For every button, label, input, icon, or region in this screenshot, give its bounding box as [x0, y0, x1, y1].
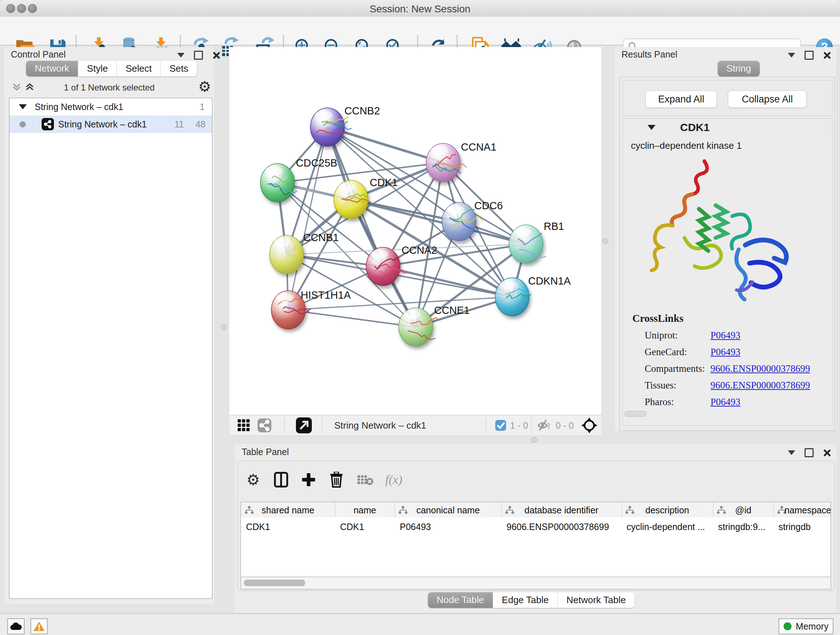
panel-float-icon[interactable] — [805, 448, 813, 457]
table-options-button[interactable]: ⚙ — [246, 470, 260, 490]
expand-all-tree-button[interactable] — [25, 82, 35, 92]
fit-selected-button[interactable] — [581, 415, 598, 435]
table-cell[interactable]: stringdb — [778, 522, 811, 532]
column-header-label: name — [335, 505, 395, 516]
tab-sets[interactable]: Sets — [160, 61, 197, 76]
selected-nodes-checkbox[interactable] — [495, 415, 507, 435]
column-header-name[interactable]: name — [335, 502, 395, 518]
network-canvas[interactable]: CCNB2CCNA1CDC25BCDK1CDC6RB1CCNB1CCNA2CDK… — [229, 47, 601, 415]
network-tree: String Network – cdk1 1 String Network –… — [9, 98, 212, 599]
network-node-CCNA1[interactable]: CCNA1 — [426, 141, 496, 182]
horizontal-splitter-handle[interactable] — [531, 437, 537, 443]
tab-network-table[interactable]: Network Table — [557, 592, 635, 608]
network-state-dot-icon — [19, 121, 26, 127]
share-view-button[interactable] — [257, 415, 271, 435]
column-header-database-identifier[interactable]: database identifier — [501, 502, 622, 518]
tab-string[interactable]: String — [718, 61, 760, 76]
table-cell[interactable]: 9606.ENSP00000378699 — [507, 522, 609, 532]
crosslink-label: Uniprot: — [645, 330, 711, 341]
collection-expander-icon[interactable] — [19, 104, 27, 109]
column-header-shared-name[interactable]: shared name — [241, 502, 335, 518]
warnings-button[interactable] — [30, 618, 48, 634]
status-bar: Memory — [0, 613, 840, 635]
crosslink-row: GeneCard:P06493 — [645, 347, 741, 358]
gene-entry-header[interactable]: CDK1 — [622, 119, 832, 136]
column-header-@id[interactable]: @id — [713, 502, 774, 518]
network-view-toolbar: String Network – cdk1 1 - 0 0 - 0 — [229, 415, 601, 436]
open-in-window-button[interactable] — [296, 415, 312, 435]
panel-float-icon[interactable] — [194, 51, 203, 60]
network-node-CDC6[interactable]: CDC6 — [442, 200, 503, 241]
tab-style[interactable]: Style — [78, 61, 117, 76]
network-options-gear-icon[interactable]: ⚙ — [198, 78, 211, 95]
network-node-CDKN1A[interactable]: CDKN1A — [495, 275, 571, 316]
birds-eye-grid-button[interactable] — [237, 415, 250, 435]
gloss-highlight — [514, 227, 531, 236]
tab-node-table[interactable]: Node Table — [428, 592, 493, 608]
network-node-HIST1H1A[interactable]: HIST1H1A — [271, 289, 351, 329]
string-network-icon — [42, 118, 54, 130]
cloud-status-button[interactable] — [7, 618, 25, 634]
results-panel-title: Results Panel — [622, 49, 677, 60]
collapse-all-button[interactable]: Collapse All — [728, 90, 807, 108]
table-cell[interactable]: stringdb:9... — [718, 522, 766, 532]
expand-all-button[interactable]: Expand All — [645, 90, 717, 108]
crosslink-value-link[interactable]: 9606.ENSP00000378699 — [711, 380, 810, 391]
panel-float-icon[interactable] — [805, 51, 813, 60]
tab-select[interactable]: Select — [117, 61, 160, 76]
table-cell[interactable]: CDK1 — [246, 522, 270, 532]
network-node-CDK1[interactable]: CDK1 — [334, 177, 398, 219]
panel-menu-icon[interactable] — [788, 53, 795, 57]
gene-entry-body: cyclin–dependent kinase 1 — [622, 136, 832, 426]
table-hscrollbar-thumb[interactable] — [244, 580, 305, 586]
panel-close-icon[interactable] — [212, 51, 220, 59]
panel-close-icon[interactable] — [823, 449, 831, 457]
create-column-button[interactable] — [302, 470, 316, 490]
gloss-highlight — [403, 310, 421, 319]
table-cell[interactable]: CDK1 — [340, 522, 364, 532]
tab-edge-table[interactable]: Edge Table — [493, 592, 557, 608]
gloss-highlight — [315, 111, 332, 119]
column-header-namespace[interactable]: namespace — [774, 502, 831, 518]
hidden-elements-button[interactable] — [537, 415, 552, 435]
column-header-label: shared name — [241, 505, 335, 516]
string-network-graph[interactable]: CCNB2CCNA1CDC25BCDK1CDC6RB1CCNB1CCNA2CDK… — [229, 47, 601, 415]
collapse-all-tree-button[interactable] — [11, 82, 22, 92]
network-collection-row[interactable]: String Network – cdk1 1 — [9, 98, 212, 116]
memory-button[interactable]: Memory — [778, 618, 834, 634]
crosslink-value-link[interactable]: P06493 — [711, 396, 741, 407]
tab-network[interactable]: Network — [26, 61, 78, 76]
network-edge-HIST1H1A-CCNE1[interactable] — [288, 310, 416, 327]
table-cell[interactable]: cyclin-dependent ... — [627, 522, 705, 532]
entry-hscrollbar[interactable] — [624, 411, 647, 417]
delete-column-button[interactable] — [330, 470, 343, 490]
crosslink-value-link[interactable]: 9606.ENSP00000378699 — [711, 363, 810, 374]
panel-close-icon[interactable] — [823, 51, 831, 59]
entry-expander-icon[interactable] — [647, 125, 655, 130]
column-header-canonical-name[interactable]: canonical name — [395, 502, 502, 518]
crosslink-value-link[interactable]: P06493 — [711, 330, 741, 340]
plus-icon — [302, 472, 316, 487]
crosslink-value-link[interactable]: P06493 — [711, 347, 741, 357]
gloss-highlight — [265, 166, 283, 175]
column-header-description[interactable]: description — [622, 502, 714, 518]
network-edge-CCNB2-CCNA1[interactable] — [327, 127, 443, 163]
panel-menu-icon[interactable] — [788, 450, 795, 455]
crosslink-row: Uniprot:P06493 — [645, 330, 741, 341]
crosshair-icon — [581, 417, 598, 434]
network-edge-count: 48 — [195, 119, 205, 130]
control-panel: Control Panel NetworkStyleSelectSets 1 o… — [4, 47, 214, 604]
network-node-RB1[interactable]: RB1 — [509, 220, 564, 263]
toolbar-separator — [322, 417, 322, 433]
show-columns-button[interactable] — [274, 470, 288, 490]
table-hscrollbar[interactable] — [240, 577, 831, 589]
right-splitter-handle[interactable] — [602, 238, 608, 244]
panel-menu-icon[interactable] — [177, 53, 185, 57]
left-splitter-handle[interactable] — [221, 325, 227, 330]
table-cell[interactable]: P06493 — [400, 522, 431, 532]
network-edge-CCNA2-CDKN1A[interactable] — [383, 266, 512, 297]
network-row-selected[interactable]: String Network – cdk1 11 48 — [9, 116, 212, 133]
network-node-CCNE1[interactable]: CCNE1 — [399, 304, 470, 346]
table-header-row: shared namenamecanonical namedatabase id… — [240, 502, 831, 518]
node-label-CDKN1A: CDKN1A — [528, 275, 571, 287]
